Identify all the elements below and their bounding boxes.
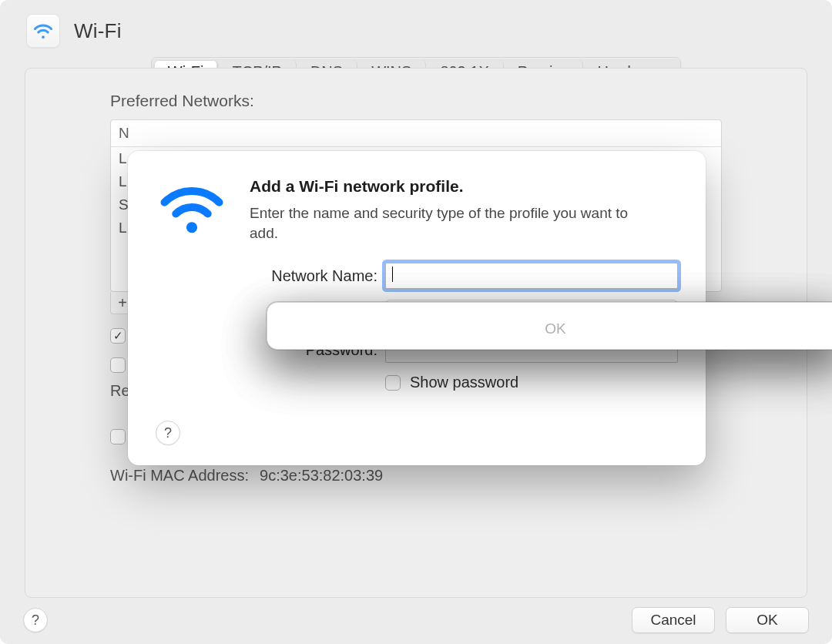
add-wifi-profile-dialog: Add a Wi-Fi network profile. Enter the n…: [128, 151, 706, 465]
ok-button[interactable]: OK: [726, 607, 809, 633]
show-password-checkbox[interactable]: [385, 375, 401, 391]
wifi-icon: [26, 14, 60, 48]
dialog-help-button[interactable]: ?: [156, 421, 180, 445]
list-header: N: [111, 120, 721, 147]
network-name-input[interactable]: [385, 263, 678, 289]
dialog-description: Enter the name and security type of the …: [250, 203, 635, 243]
wifi-icon: [156, 179, 228, 239]
dialog-ok-button[interactable]: OK: [267, 302, 832, 350]
preferences-window: Wi-Fi Wi-Fi TCP/IP DNS WINS 802.1X Proxi…: [0, 0, 832, 644]
network-name-label: Network Name:: [247, 267, 377, 285]
checkbox-2[interactable]: [110, 357, 126, 373]
show-password-label: Show password: [410, 374, 518, 391]
page-title: Wi-Fi: [74, 19, 122, 43]
checkbox-1[interactable]: ✓: [110, 328, 126, 344]
dialog-title: Add a Wi-Fi network profile.: [250, 177, 635, 196]
help-button[interactable]: ?: [23, 608, 48, 632]
mac-address-value: 9c:3e:53:82:03:39: [260, 467, 383, 485]
mac-address-label: Wi-Fi MAC Address:: [110, 467, 249, 485]
cancel-button[interactable]: Cancel: [632, 607, 715, 633]
preferred-networks-label: Preferred Networks:: [110, 92, 722, 110]
header: Wi-Fi: [0, 0, 832, 55]
bottom-bar: ? Cancel OK: [0, 607, 832, 633]
turn-wifi-checkbox[interactable]: [110, 429, 126, 444]
